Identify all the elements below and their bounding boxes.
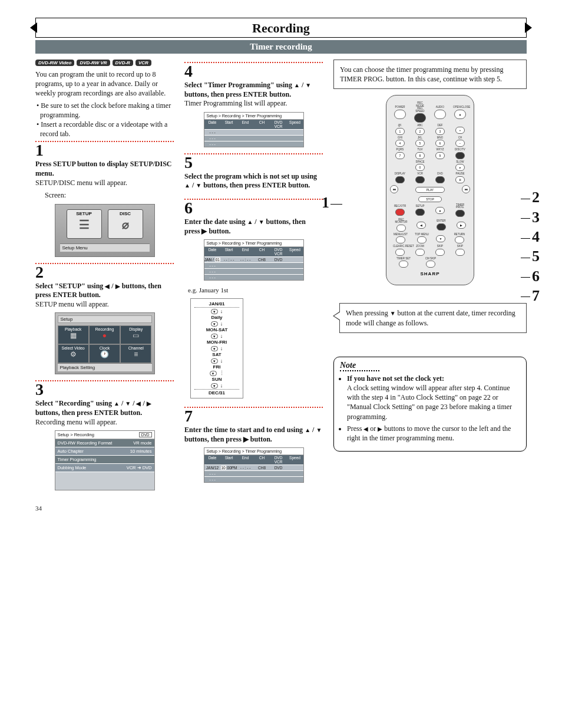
step-5-title: Select the program which is not set up u… [184, 172, 323, 190]
remote-enter-button [437, 223, 446, 230]
down-triangle-icon: ▼ [196, 182, 201, 189]
screen-timer-prog-date: Setup > Recording > Timer Programming Da… [204, 239, 304, 281]
step-6-title: Enter the date using ▲ / ▼ buttons, then… [184, 218, 323, 236]
step-number: 1 [35, 142, 174, 159]
sub-header: Timer recording [35, 40, 527, 54]
step-4-title: Select "Timer Programming" using ▲ / ▼ b… [184, 81, 323, 99]
date-mode-flow: JAN/01 ▼↓ Daily ▼↓ MON-SAT ▼↓ MON-FRI ▼↓… [190, 298, 243, 398]
step-1-body: SETUP/DISC menu will appear. [35, 179, 174, 188]
step-number: 4 [184, 63, 323, 80]
step-3-body: Recording menu will appear. [35, 418, 174, 427]
dvd-badge: DVD [139, 432, 152, 437]
screen-caption: Playback Setting [58, 363, 152, 371]
up-triangle-icon: ▲ [184, 182, 190, 189]
screen-timer-prog-time: Setup > Recording > Timer Programming Da… [204, 447, 304, 483]
screen-setup-menu: Setup Playback▦ Recording● Display▭ Sele… [55, 312, 155, 374]
step-number: 2 [35, 264, 174, 281]
down-triangle-icon: ▼ [390, 309, 396, 318]
up-triangle-icon: ▲ [305, 426, 310, 434]
note-box: Note If you have not set the clock yet:A… [333, 357, 527, 452]
cell-channel: Channel≡ [120, 344, 151, 363]
left-triangle-icon: ◀ [363, 425, 368, 433]
badge-dvdrw-vr: DVD-RW VR [77, 60, 110, 66]
intro-text: You can program the unit to record up to… [35, 70, 174, 98]
up-triangle-icon: ▲ [294, 81, 300, 89]
right-triangle-icon: ▶ [115, 282, 120, 290]
page-header: Recording [35, 18, 527, 38]
screen-timer-prog-empty: Setup > Recording > Timer Programming Da… [204, 112, 304, 147]
badge-dvdr: DVD-R [113, 60, 133, 66]
remote-control: POWER REC MODE REC SPEED AUDIO OPEN/CLOS… [386, 95, 474, 285]
card-setup: SETUP☰ [67, 209, 102, 239]
up-triangle-icon: ▲ [247, 218, 253, 226]
left-triangle-icon: ◀ [136, 400, 141, 407]
step-2-body: SETUP menu will appear. [35, 300, 174, 309]
note-item: Press ◀ or ▶ buttons to move the cursor … [347, 424, 520, 443]
format-badges: DVD-RW Video DVD-RW VR DVD-R VCR [35, 60, 174, 66]
down-triangle-icon: ▼ [125, 400, 131, 407]
step-4-body: Timer Programming list will appear. [184, 99, 323, 108]
page-title: Recording [252, 21, 310, 35]
step-1-body2: Screen: [45, 191, 174, 200]
down-triangle-icon: ▼ [305, 81, 311, 89]
badge-vcr: VCR [135, 60, 151, 66]
card-disc: DISC⌀ [108, 209, 143, 239]
cell-clock: Clock🕐 [89, 344, 120, 363]
cell-playback: Playback▦ [58, 325, 89, 344]
intro-bullet: • Insert a recordable disc or a videotap… [35, 120, 174, 139]
step-number: 6 [184, 200, 323, 216]
step-7-title: Enter the time to start and to end using… [184, 426, 323, 444]
step-3-title: Select "Recording" using ▲ / ▼ / ◀ / ▶ b… [35, 399, 174, 417]
remote-play-button: PLAY [415, 187, 445, 193]
cell-display: Display▭ [120, 325, 151, 344]
screen-breadcrumb: Setup > Recording [58, 432, 94, 437]
note-item: If you have not set the clock yet:A cloc… [347, 374, 520, 421]
remote-setup-button [415, 209, 425, 216]
step-number: 7 [184, 408, 323, 424]
step-number: 3 [35, 381, 174, 398]
screen-caption: Setup Menu [60, 243, 150, 252]
right-triangle-icon: ▶ [147, 400, 151, 407]
badge-dvdrw-video: DVD-RW Video [35, 60, 74, 66]
down-triangle-icon: ▼ [259, 218, 265, 226]
remote-rec-button [395, 209, 405, 216]
page-number: 34 [35, 505, 527, 512]
screen-recording-menu: Setup > RecordingDVD DVD-RW Recording Fo… [55, 430, 155, 490]
screen-breadcrumb: Setup [58, 315, 152, 323]
down-triangle-icon: ▼ [316, 426, 322, 434]
screen-breadcrumb: Setup > Recording > Timer Programming [204, 240, 303, 247]
example-text: e.g. January 1st [188, 286, 323, 294]
remote-brand: SHARP [390, 271, 470, 276]
cell-recording: Recording● [89, 325, 120, 344]
step-1-title: Press SETUP button to display SETUP/DISC… [35, 160, 174, 178]
remote-stop-button: STOP [418, 196, 442, 202]
callout-right-nums: 2 3 4 5 6 7 [521, 189, 540, 304]
cell-select-video: Select Video⚙ [58, 344, 89, 363]
step-2-title: Select "SETUP" using ◀ / ▶ buttons, then… [35, 282, 174, 300]
step-number: 5 [184, 154, 323, 171]
up-triangle-icon: ▲ [114, 400, 120, 407]
note-title: Note [340, 361, 379, 371]
screen-breadcrumb: Setup > Recording > Timer Programming [204, 448, 303, 455]
callout-1: 1 [322, 194, 342, 212]
remote-area: 1 2 3 4 5 6 7 POWER REC MODE REC SPEED A… [333, 95, 527, 285]
date-mode-callout: When pressing ▼ button at the current da… [339, 303, 527, 332]
screen-setup-disc: SETUP☰ DISC⌀ Setup Menu [55, 204, 155, 257]
remote-timer-prog-button [455, 210, 465, 217]
screen-breadcrumb: Setup > Recording > Timer Programming [204, 113, 303, 120]
tip-callout: You can choose the timer programming men… [333, 60, 527, 89]
intro-bullet: • Be sure to set the clock before making… [35, 101, 174, 120]
